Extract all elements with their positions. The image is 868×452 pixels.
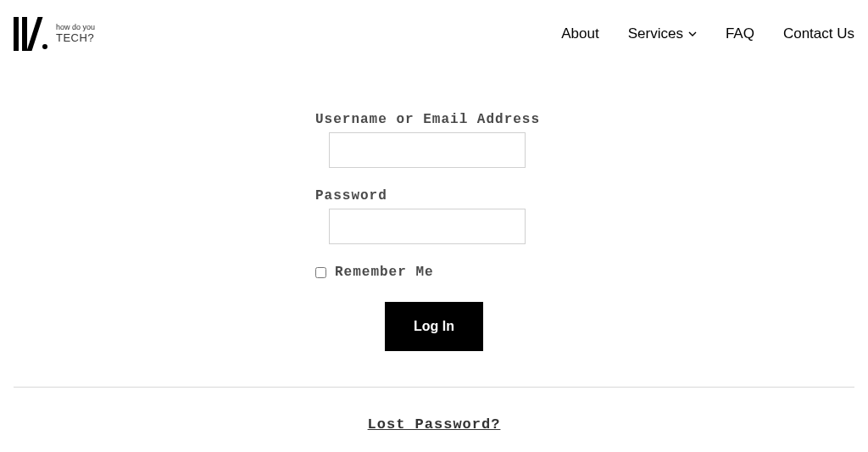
username-input[interactable]	[329, 132, 526, 168]
nav-faq[interactable]: FAQ	[726, 25, 754, 42]
nav-contact[interactable]: Contact Us	[783, 25, 854, 42]
logo[interactable]: how do you TECH?	[14, 17, 95, 51]
logo-text: how do you TECH?	[56, 24, 95, 43]
main-nav: About Services FAQ Contact Us	[561, 25, 854, 42]
remember-checkbox[interactable]	[315, 267, 326, 278]
header: how do you TECH? About Services FAQ Cont…	[0, 0, 868, 51]
username-label: Username or Email Address	[315, 112, 553, 127]
main-content: Username or Email Address Password Remem…	[0, 112, 868, 351]
remember-row: Remember Me	[315, 265, 553, 280]
nav-about[interactable]: About	[561, 25, 598, 42]
remember-label: Remember Me	[335, 265, 434, 280]
chevron-down-icon	[688, 30, 697, 38]
logo-brand: TECH?	[56, 32, 95, 44]
logo-dot	[42, 44, 47, 49]
password-input[interactable]	[329, 209, 526, 244]
logo-mark	[14, 17, 47, 51]
logo-slash	[27, 17, 43, 51]
nav-services-label: Services	[628, 25, 683, 42]
lost-password-link[interactable]: Lost Password?	[368, 416, 501, 432]
nav-services[interactable]: Services	[628, 25, 697, 42]
password-label: Password	[315, 188, 553, 204]
logo-bar-1	[14, 17, 19, 51]
logo-bar-2	[22, 17, 27, 51]
divider	[14, 387, 854, 388]
lost-password-section: Lost Password?	[0, 416, 868, 432]
login-form: Username or Email Address Password Remem…	[315, 112, 553, 351]
login-button[interactable]: Log In	[385, 302, 483, 351]
